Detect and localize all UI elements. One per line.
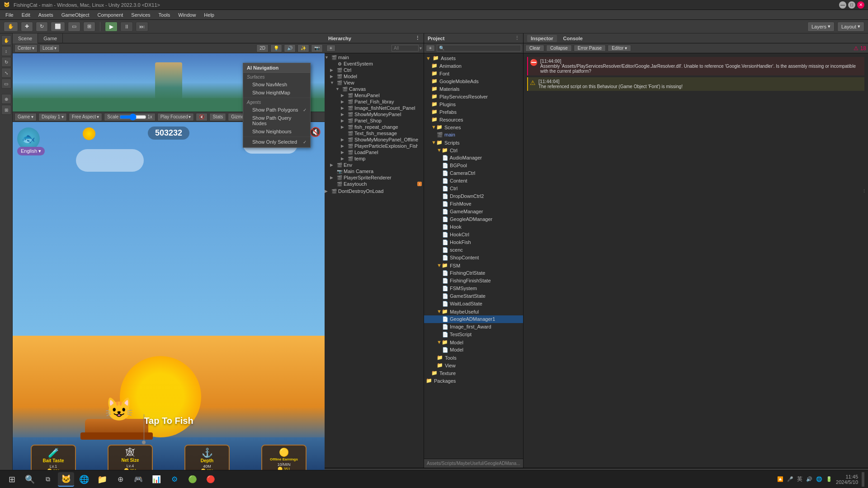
stats-btn[interactable]: Stats — [209, 113, 226, 121]
lighting-btn[interactable]: 💡 — [270, 44, 282, 52]
model-script[interactable]: 📄 Model — [424, 346, 523, 354]
tree-env[interactable]: ▶ 🎬 Env — [325, 162, 424, 168]
animation-folder[interactable]: 📁Animation — [424, 62, 523, 70]
packages-folder[interactable]: 📁Packages — [424, 377, 523, 385]
tree-showmymoney-offline[interactable]: ▶ 🎬 ShowMyMoneyPanel_Offline — [325, 136, 424, 143]
rotate-tool[interactable]: ↻ — [36, 22, 48, 32]
transform-tool[interactable]: ✋ — [4, 22, 18, 32]
game-start-state[interactable]: 📄 GameStartState — [424, 292, 523, 300]
input-method[interactable]: 英 — [797, 475, 802, 483]
tree-fish-repeat[interactable]: ▶ 🎬 fish_repeat_change — [325, 124, 424, 130]
main-scene[interactable]: 🎬 main — [424, 131, 523, 139]
plugins-folder[interactable]: 📁Plugins — [424, 100, 523, 108]
transform-all-tool[interactable]: ⊞ — [83, 22, 95, 32]
scale-tool-2[interactable]: ⤡ — [1, 68, 11, 78]
taskview-button[interactable]: ⧉ — [40, 472, 56, 487]
2d-btn[interactable]: 2D — [256, 44, 269, 52]
display-num-btn[interactable]: Display 1 ▾ — [38, 113, 67, 121]
tray-icon-1[interactable]: 🔼 — [777, 476, 783, 482]
show-path-query-nodes-item[interactable]: Show Path Query Nodes — [243, 114, 310, 127]
geogle-ad-manager1[interactable]: 📄 GeogleADManager1 — [424, 315, 523, 323]
view-folder[interactable]: 📁View — [424, 361, 523, 369]
menu-services[interactable]: Services — [127, 11, 154, 19]
move-tool-2[interactable]: ↕ — [1, 46, 11, 56]
clear-button[interactable]: Clear — [525, 45, 544, 52]
menu-help[interactable]: Help — [200, 11, 218, 19]
menu-component[interactable]: Component — [94, 11, 127, 19]
editor-button[interactable]: Editor ▾ — [608, 45, 631, 52]
audio-btn[interactable]: 🔊 — [284, 44, 296, 52]
ctrl-folder[interactable]: ▼📁Ctrl — [424, 146, 523, 154]
tools-folder[interactable]: 📁Tools — [424, 354, 523, 361]
project-search[interactable] — [437, 45, 521, 52]
tree-model[interactable]: ▶ 🎬 Model — [325, 73, 424, 80]
prefabs-folder[interactable]: 📁Prefabs — [424, 108, 523, 116]
tree-panel-fish[interactable]: ▶ 🎬 Panel_Fish_libray — [325, 99, 424, 105]
menu-assets[interactable]: Assets — [35, 11, 57, 19]
cameractrl-script[interactable]: 📄 CameraCtrl — [424, 169, 523, 177]
scenc-script[interactable]: 📄 scenc — [424, 246, 523, 254]
taskbar-app2[interactable]: 📊 — [148, 472, 165, 487]
minimize-button[interactable]: — — [839, 1, 846, 9]
hook-script[interactable]: 📄 Hook — [424, 223, 523, 231]
grid-tool[interactable]: ⊞ — [1, 105, 11, 115]
pause-button[interactable]: ⏸ — [120, 22, 133, 32]
gamemanager-script[interactable]: 📄 GameManager — [424, 208, 523, 216]
tree-player-sprite[interactable]: ▶ 🎬 PlayerSpriteRenderer — [325, 174, 424, 181]
menu-tools[interactable]: Tools — [155, 11, 174, 19]
tab-scene[interactable]: Scene — [13, 33, 38, 43]
taskbar-unity[interactable]: 🐱 — [58, 472, 74, 487]
bgpool-script[interactable]: 📄 BGPool — [424, 162, 523, 169]
hookfish-script[interactable]: 📄 HookFish — [424, 239, 523, 246]
test-script[interactable]: 📄 TestScript — [424, 331, 523, 338]
close-button[interactable]: ✕ — [857, 1, 864, 9]
tree-player-particle[interactable]: ▶ 🎬 PlayerParticleExplosion_Fish_Desto..… — [325, 143, 424, 149]
tree-easytouch[interactable]: 🎬 Easytouch ! — [325, 181, 424, 187]
fishing-finish-state[interactable]: 📄 FishingFinishState — [424, 277, 523, 285]
content-script[interactable]: 📄 Content — [424, 177, 523, 185]
shopcontent-script[interactable]: 📄 ShopContent — [424, 254, 523, 262]
show-only-selected-item[interactable]: Show Only Selected ✓ — [243, 138, 310, 146]
tree-temp[interactable]: ▶ 🎬 temp — [325, 155, 424, 162]
taskbar-edge[interactable]: 🌐 — [76, 472, 92, 487]
tray-icon-4[interactable]: 🌐 — [816, 476, 822, 482]
local-btn[interactable]: Local▾ — [39, 44, 60, 52]
start-button[interactable]: ⊞ — [4, 472, 20, 487]
pivot-tool[interactable]: ⊕ — [1, 94, 11, 104]
tree-view[interactable]: ▼ 🎬 View — [325, 80, 424, 86]
tree-ctrl[interactable]: ▶ 🎬 Ctrl — [325, 67, 424, 73]
step-button[interactable]: ⏭ — [136, 22, 148, 32]
show-navmesh-item[interactable]: Show NavMesh — [243, 80, 310, 89]
layers-button[interactable]: Layers ▾ — [807, 22, 835, 32]
playservices-folder[interactable]: 📁PlayServicesResolver — [424, 93, 523, 100]
sound-button[interactable]: 🔇 — [310, 127, 321, 137]
play-focused-btn[interactable]: Play Focused ▾ — [157, 113, 194, 121]
menu-window[interactable]: Window — [175, 11, 199, 19]
googlemobileads-folder[interactable]: 📁GoogleMobileAds — [424, 77, 523, 85]
show-desktop-btn[interactable] — [862, 472, 864, 487]
create-asset-button[interactable]: + — [426, 45, 435, 52]
scenes-folder[interactable]: ▼📁Scenes — [424, 123, 523, 131]
game-display-btn[interactable]: Game ▾ — [14, 113, 37, 121]
materials-folder[interactable]: 📁Materials — [424, 85, 523, 93]
error-pause-button[interactable]: Error Pause — [574, 45, 606, 52]
tray-icon-5[interactable]: 🔋 — [826, 476, 832, 482]
image-first-award[interactable]: 📄 Image_first_Award — [424, 323, 523, 331]
resources-folder[interactable]: 📁Resources — [424, 116, 523, 123]
font-folder[interactable]: 📁Font — [424, 70, 523, 77]
scale-tool[interactable]: ⬜ — [51, 22, 65, 32]
show-heightmap-item[interactable]: Show HeightMap — [243, 89, 310, 97]
hookctrl-script[interactable]: 📄 HookCtrl — [424, 231, 523, 239]
rotate-tool-2[interactable]: ↻ — [1, 57, 11, 67]
tray-icon-3[interactable]: 🔊 — [806, 476, 812, 482]
fx-btn[interactable]: ✨ — [297, 44, 309, 52]
wait-load-state[interactable]: 📄 WaitLoadState — [424, 300, 523, 308]
maybeuseful-folder[interactable]: ▼📁MaybeUseful — [424, 308, 523, 315]
add-object-button[interactable]: + — [326, 45, 335, 52]
tray-icon-2[interactable]: 🎤 — [787, 476, 793, 482]
fishmove-script[interactable]: 📄 FishMove — [424, 200, 523, 208]
taskbar-rider[interactable]: ⚙ — [166, 472, 183, 487]
language-button[interactable]: English ▾ — [17, 147, 45, 155]
fsm-system[interactable]: 📄 FSMSystem — [424, 285, 523, 292]
layout-button[interactable]: Layout ▾ — [837, 22, 864, 32]
